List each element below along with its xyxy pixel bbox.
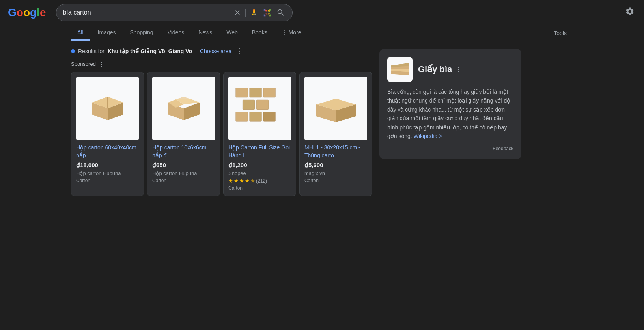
svg-rect-13 bbox=[263, 88, 275, 98]
product-price-4: ₫5,600 bbox=[304, 162, 367, 169]
location-bar: Results for Khu tập thể Giảng Võ, Giang … bbox=[71, 47, 367, 55]
review-count: (212) bbox=[256, 178, 267, 184]
knowledge-header: Giấy bìa ⋮ bbox=[387, 57, 513, 82]
navigation-tabs: All Images Shopping Videos News Web Book… bbox=[0, 25, 644, 41]
main-content: Results for Khu tập thể Giảng Võ, Giang … bbox=[0, 41, 644, 196]
more-dots-icon: ⋮ bbox=[282, 29, 287, 35]
product-store-2: Hộp carton Hupuna bbox=[152, 170, 215, 176]
product-category-3: Carton bbox=[228, 185, 291, 191]
tab-news[interactable]: News bbox=[192, 25, 218, 41]
location-name: Khu tập thể Giảng Võ, Giang Vo bbox=[108, 48, 192, 54]
knowledge-card: Giấy bìa ⋮ Bìa cứng, còn gọi là các tông… bbox=[379, 49, 521, 159]
product-price-2: ₫650 bbox=[152, 162, 215, 169]
search-input[interactable]: bìa carton bbox=[63, 9, 230, 16]
wikipedia-link[interactable]: Wikipedia > bbox=[414, 133, 442, 139]
product-title-4[interactable]: MHL1 - 30x20x15 cm - Thùng carto… bbox=[304, 144, 367, 159]
product-card-4[interactable]: MHL1 - 30x20x15 cm - Thùng carto… ₫5,600… bbox=[299, 72, 372, 196]
voice-search-button[interactable] bbox=[249, 7, 259, 18]
product-title-2[interactable]: Hộp carton 10x6x6cm nắp đ… bbox=[152, 144, 215, 159]
product-price-3: ₫1,200 bbox=[228, 162, 291, 169]
clear-button[interactable] bbox=[233, 8, 242, 17]
product-category-2: Carton bbox=[152, 178, 215, 183]
product-store-4: magix.vn bbox=[304, 170, 367, 176]
tab-more[interactable]: ⋮ More bbox=[275, 25, 308, 41]
tab-web[interactable]: Web bbox=[220, 25, 244, 41]
tab-all[interactable]: All bbox=[71, 25, 90, 41]
svg-rect-16 bbox=[235, 112, 248, 122]
star-half: ★ bbox=[250, 178, 255, 184]
search-bar: bìa carton bbox=[56, 4, 293, 21]
star-2: ★ bbox=[234, 178, 239, 184]
knowledge-title: Giấy bìa ⋮ bbox=[418, 64, 513, 75]
tab-images[interactable]: Images bbox=[91, 25, 122, 41]
tools-button[interactable]: Tools bbox=[547, 26, 573, 40]
tab-shopping[interactable]: Shopping bbox=[123, 25, 159, 41]
svg-rect-18 bbox=[263, 112, 275, 122]
product-card-3[interactable]: Hộp Carton Full Size Gói Hàng L… ₫1,200 … bbox=[223, 72, 296, 196]
product-store-1: Hộp carton Hupuna bbox=[76, 170, 139, 176]
sponsored-label: Sponsored ⋮ bbox=[71, 61, 367, 67]
location-dot-icon bbox=[71, 49, 75, 53]
svg-marker-7 bbox=[184, 103, 200, 120]
search-icon-group bbox=[233, 7, 286, 18]
results-prefix: Results for bbox=[78, 48, 105, 54]
tab-books[interactable]: Books bbox=[246, 25, 274, 41]
star-1: ★ bbox=[228, 178, 233, 184]
product-image-2 bbox=[152, 77, 215, 140]
svg-rect-17 bbox=[249, 112, 261, 122]
sponsored-menu-icon[interactable]: ⋮ bbox=[99, 61, 104, 67]
product-price-1: ₫18,000 bbox=[76, 162, 139, 169]
google-logo[interactable]: Google bbox=[8, 6, 46, 19]
search-submit-button[interactable] bbox=[276, 7, 286, 18]
product-card-2[interactable]: Hộp carton 10x6x6cm nắp đ… ₫650 Hộp cart… bbox=[147, 72, 220, 196]
svg-rect-15 bbox=[256, 100, 269, 110]
product-image-4 bbox=[304, 77, 367, 140]
star-3: ★ bbox=[239, 178, 244, 184]
location-separator: · bbox=[195, 48, 197, 54]
product-store-3: Shopee bbox=[228, 170, 291, 176]
svg-rect-12 bbox=[249, 88, 261, 98]
product-image-1 bbox=[76, 77, 139, 140]
product-stars-3: ★ ★ ★ ★ ★ (212) bbox=[228, 178, 291, 184]
knowledge-title-area: Giấy bìa ⋮ bbox=[418, 64, 513, 75]
divider bbox=[245, 9, 246, 17]
tab-videos[interactable]: Videos bbox=[161, 25, 191, 41]
header: Google bìa carton bbox=[0, 0, 644, 25]
choose-area-link[interactable]: Choose area bbox=[200, 48, 231, 54]
knowledge-description: Bìa cứng, còn gọi là các tông hay giấy b… bbox=[387, 88, 513, 140]
lens-search-button[interactable] bbox=[262, 7, 273, 18]
product-title-3[interactable]: Hộp Carton Full Size Gói Hàng L… bbox=[228, 144, 291, 159]
settings-button[interactable] bbox=[623, 5, 636, 20]
product-category-1: Carton bbox=[76, 178, 139, 183]
product-card-1[interactable]: Hộp carton 60x40x40cm nắp… ₫18,000 Hộp c… bbox=[71, 72, 144, 196]
star-4: ★ bbox=[245, 178, 250, 184]
product-image-3 bbox=[228, 77, 291, 140]
product-grid: Hộp carton 60x40x40cm nắp… ₫18,000 Hộp c… bbox=[71, 72, 367, 196]
product-title-1[interactable]: Hộp carton 60x40x40cm nắp… bbox=[76, 144, 139, 159]
svg-rect-11 bbox=[235, 88, 248, 98]
knowledge-menu-icon[interactable]: ⋮ bbox=[455, 66, 461, 73]
svg-rect-14 bbox=[243, 100, 255, 110]
location-menu-icon[interactable]: ⋮ bbox=[236, 47, 243, 55]
product-category-4: Carton bbox=[304, 178, 367, 183]
feedback-button[interactable]: Feedback bbox=[387, 146, 513, 151]
left-panel: Results for Khu tập thể Giảng Võ, Giang … bbox=[71, 47, 367, 196]
right-panel: Giấy bìa ⋮ Bìa cứng, còn gọi là các tông… bbox=[379, 47, 529, 196]
knowledge-image bbox=[387, 57, 413, 82]
